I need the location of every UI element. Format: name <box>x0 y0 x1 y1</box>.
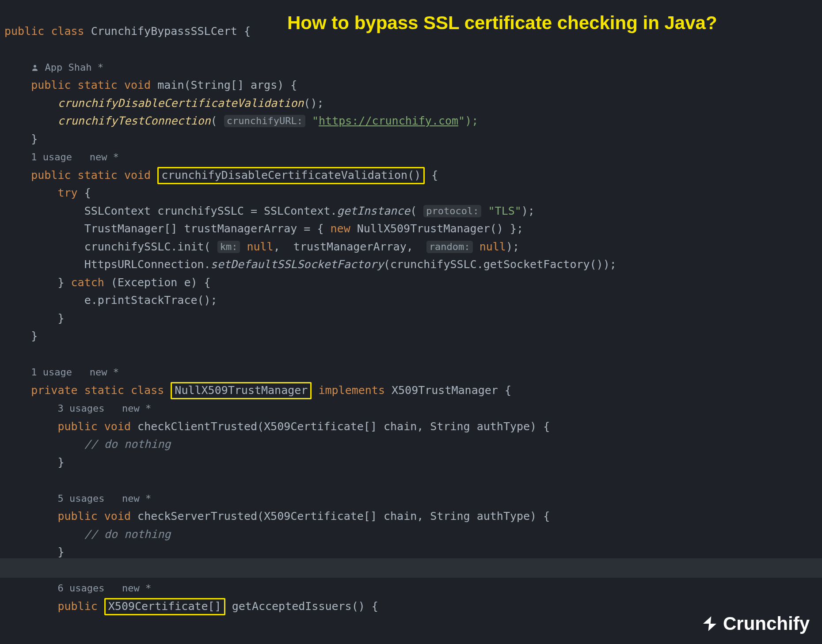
inner-iface: X509TrustManager { <box>392 384 511 397</box>
kw-private: private <box>31 384 77 397</box>
kw-public: public <box>31 169 71 182</box>
kw-public: public <box>31 79 71 91</box>
main-name: main <box>157 79 184 91</box>
line-tm: TrustManager[] trustManagerArray = { new… <box>4 222 523 235</box>
brace-close: } <box>57 276 64 289</box>
line-sslctx: SSLContext crunchifySSLC = SSLContext.ge… <box>4 205 535 217</box>
kw-void: void <box>124 79 151 91</box>
brace: { <box>78 186 91 199</box>
line-cct-cmt: // do nothing <box>4 438 171 451</box>
svg-point-0 <box>34 65 36 68</box>
current-line-highlight <box>0 558 822 578</box>
line-catch: } catch (Exception e) { <box>4 276 211 289</box>
null1: null <box>247 240 273 253</box>
line-hint-5: 5 usages new * <box>4 492 151 504</box>
setdefault: setDefaultSSLSocketFactory <box>211 258 384 271</box>
brace-close: } <box>31 330 38 342</box>
kw-catch: catch <box>71 276 104 289</box>
kw-class: class <box>131 384 164 397</box>
hint-random: random: <box>426 241 473 253</box>
line-try: try { <box>4 186 91 199</box>
line-https: HttpsURLConnection.setDefaultSSLSocketFa… <box>4 258 616 271</box>
brace-close: } <box>57 546 64 558</box>
usage-hint[interactable]: 6 usages new * <box>57 583 151 594</box>
main-args: (String[] args) { <box>184 79 297 91</box>
sslctx-left: SSLContext crunchifySSLC = SSLContext. <box>84 205 337 217</box>
line-print: e.printStackTrace(); <box>4 294 217 307</box>
code-editor[interactable]: public class CrunchifyBypassSSLCert { Ap… <box>0 0 822 615</box>
kw-static: static <box>78 79 118 91</box>
usage-hint[interactable]: 1 usage new * <box>31 367 119 378</box>
comment: // do nothing <box>84 528 171 541</box>
line-cct-close: } <box>4 456 64 469</box>
line-cct: public void checkClientTrusted(X509Certi… <box>4 420 550 433</box>
blank <box>4 348 11 360</box>
gai-ret: X509Certificate[] <box>108 600 221 613</box>
line-cst-cmt: // do nothing <box>4 528 171 541</box>
class-name: CrunchifyBypassSSLCert <box>91 25 237 38</box>
highlight-rettype: X509Certificate[] <box>104 598 225 615</box>
usage-hint[interactable]: 1 usage new * <box>31 152 119 163</box>
brace: { <box>244 25 251 38</box>
kw-void: void <box>104 510 131 523</box>
gai-end: () { <box>352 600 378 613</box>
innerclass-name: NullX509TrustManager <box>175 384 308 397</box>
cct-args: (X509Certificate[] chain, String authTyp… <box>257 420 550 433</box>
hint-km: km: <box>217 241 240 253</box>
comment: // do nothing <box>84 438 171 451</box>
line-hint-2: 1 usage new * <box>4 365 119 378</box>
crunchify-logo-text: Crunchify <box>723 613 810 634</box>
kw-public: public <box>57 510 97 523</box>
kw-try: try <box>57 186 77 199</box>
line-catch-close: } <box>4 312 64 325</box>
catch-sig: (Exception e) { <box>104 276 211 289</box>
author-text: App Shah * <box>45 62 103 73</box>
blank <box>4 474 11 486</box>
call-testconn: crunchifyTestConnection <box>57 114 210 127</box>
cst-name: checkServerTrusted <box>137 510 257 523</box>
printstack: e.printStackTrace(); <box>84 294 217 307</box>
line-method2-sig: public static void crunchifyDisableCerti… <box>4 167 438 184</box>
end: ); <box>506 240 519 253</box>
svg-marker-1 <box>703 616 711 624</box>
hint-crunchifyurl: crunchifyURL: <box>224 115 305 127</box>
line-cst: public void checkServerTrusted(X509Certi… <box>4 510 550 523</box>
usage-hint[interactable]: 5 usages new * <box>57 493 151 504</box>
line-1: public class CrunchifyBypassSSLCert { <box>4 25 251 38</box>
line-main-close: } <box>4 133 38 145</box>
line-innerclass: private static class NullX509TrustManage… <box>4 382 511 399</box>
kw-class: class <box>51 25 84 38</box>
gai-name: getAcceptedIssuers <box>232 600 352 613</box>
line-main-call2: crunchifyTestConnection( crunchifyURL: "… <box>4 114 478 127</box>
str-tls: "TLS" <box>488 205 521 217</box>
kw-public: public <box>57 600 97 613</box>
url-link[interactable]: https://crunchify.com <box>319 114 458 127</box>
line-gai: public X509Certificate[] getAcceptedIssu… <box>4 598 378 615</box>
overlay-title: How to bypass SSL certificate checking i… <box>287 12 717 34</box>
call-disable: crunchifyDisableCertificateValidation <box>57 97 304 110</box>
kw-new: new <box>331 222 350 235</box>
line-hint-1: 1 usage new * <box>4 150 119 163</box>
brace-close: } <box>31 133 38 145</box>
usage-hint[interactable]: 3 usages new * <box>57 403 151 414</box>
highlight-method-disable: crunchifyDisableCertificateValidation() <box>157 167 425 184</box>
kw-void: void <box>124 169 151 182</box>
null2: null <box>480 240 506 253</box>
cst-args: (X509Certificate[] chain, String authTyp… <box>257 510 550 523</box>
str-close: "); <box>458 114 478 127</box>
tm-left: TrustManager[] trustManagerArray = { <box>84 222 331 235</box>
kw-void: void <box>104 420 131 433</box>
cct-name: checkClientTrusted <box>137 420 257 433</box>
brace-close: } <box>57 456 64 469</box>
init-mid: , trustManagerArray, <box>274 240 426 253</box>
crunchify-logo: Crunchify <box>701 613 810 634</box>
crunchify-logo-icon <box>701 615 719 633</box>
kw-public: public <box>4 25 44 38</box>
init-left: crunchifySSLC.init( <box>84 240 217 253</box>
line-author: App Shah * <box>4 61 103 73</box>
hint-protocol: protocol: <box>423 205 481 217</box>
paren: ( <box>410 205 423 217</box>
svg-marker-2 <box>708 624 716 631</box>
paren: ( <box>211 114 224 127</box>
brace-close: } <box>57 312 64 325</box>
